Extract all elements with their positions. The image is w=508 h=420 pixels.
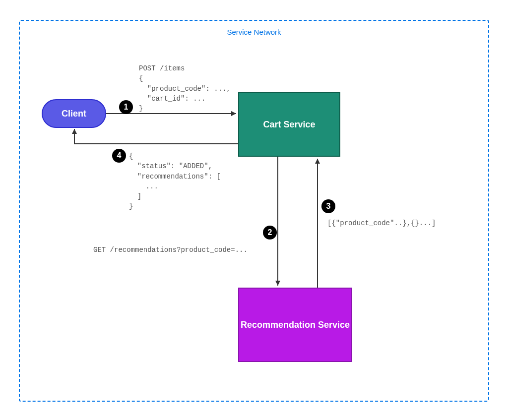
- step-4-payload: { "status": "ADDED", "recommendations": …: [129, 151, 221, 212]
- step-2-payload: GET /recommendations?product_code=...: [93, 245, 248, 255]
- step-badge-1: 1: [119, 100, 133, 114]
- client-label: Client: [62, 109, 86, 119]
- step-1-payload: POST /items { "product_code": ..., "cart…: [139, 63, 231, 114]
- step-4-num: 4: [117, 151, 122, 160]
- recommendation-service-node: Recommendation Service: [238, 288, 352, 362]
- step-badge-3: 3: [321, 199, 335, 213]
- client-node: Client: [42, 99, 106, 128]
- diagram-canvas: Service Network Client Cart Service Reco…: [0, 0, 508, 420]
- cart-service-node: Cart Service: [238, 92, 340, 157]
- step-badge-4: 4: [112, 149, 126, 163]
- step-3-num: 3: [326, 202, 331, 211]
- network-title: Service Network: [20, 28, 488, 36]
- step-2-num: 2: [268, 228, 272, 237]
- step-1-num: 1: [124, 103, 128, 112]
- step-badge-2: 2: [263, 226, 277, 240]
- cart-label: Cart Service: [263, 119, 315, 130]
- step-3-payload: [{"product_code"..},{}...]: [327, 218, 436, 228]
- reco-label: Recommendation Service: [241, 319, 350, 331]
